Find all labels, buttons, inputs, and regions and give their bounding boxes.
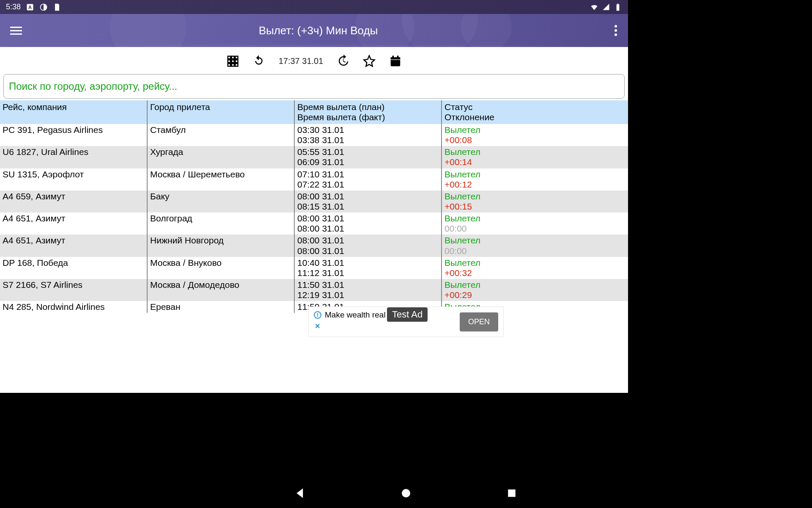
ad-open-button[interactable]: OPEN: [460, 312, 498, 331]
theme-icon: [39, 3, 48, 11]
status-cell: Вылетел: [444, 191, 480, 201]
flight-cell: U6 1827, Ural Airlines: [3, 147, 88, 157]
deviation-cell: 00:00: [444, 246, 467, 256]
svg-text:A: A: [28, 4, 32, 10]
deviation-cell: +00:08: [444, 135, 472, 145]
status-cell: Вылетел: [444, 147, 480, 157]
refresh-icon[interactable]: [252, 55, 265, 67]
city-cell: Волгоград: [150, 213, 192, 223]
signal-icon: [602, 3, 610, 11]
flight-cell: S7 2166, S7 Airlines: [3, 280, 82, 290]
city-cell: Хургада: [150, 147, 183, 157]
status-cell: Вылетел: [444, 169, 480, 179]
header-time-fact: Время вылета (факт): [297, 112, 385, 122]
time-fact-cell: 12:19 31.01: [297, 290, 344, 300]
table-row[interactable]: U6 1827, Ural AirlinesХургада05:55 31.01…: [0, 146, 628, 168]
time-fact-cell: 08:15 31.01: [297, 202, 344, 211]
flight-cell: N4 285, Nordwind Airlines: [3, 302, 105, 312]
city-cell: Москва / Внуково: [150, 258, 222, 268]
table-row[interactable]: S7 2166, S7 AirlinesМосква / Домодедово1…: [0, 279, 628, 301]
table-row[interactable]: SU 1315, АэрофлотМосква / Шереметьево07:…: [0, 168, 628, 190]
time-plan-cell: 08:00 31.01: [297, 235, 344, 245]
city-cell: Москва / Домодедово: [150, 280, 239, 290]
table-row[interactable]: PC 391, Pegasus AirlinesСтамбул03:30 31.…: [0, 124, 628, 146]
time-plan-cell: 05:55 31.01: [297, 147, 344, 157]
android-status-bar: 5:38 A: [0, 0, 628, 14]
deviation-cell: +00:14: [444, 157, 472, 167]
city-cell: Москва / Шереметьево: [150, 169, 245, 179]
time-fact-cell: 07:22 31.01: [297, 179, 344, 189]
status-time: 5:38: [6, 3, 21, 11]
table-row[interactable]: A4 659, АзимутБаку08:00 31.0108:15 31.01…: [0, 190, 628, 213]
flight-cell: A4 659, Азимут: [3, 191, 65, 201]
status-cell: Вылетел: [444, 235, 480, 245]
grid-icon[interactable]: [226, 55, 239, 67]
city-cell: Нижний Новгород: [150, 235, 224, 245]
ad-text: Make wealth real: [325, 310, 386, 320]
time-fact-cell: 08:00 31.01: [297, 246, 344, 256]
city-cell: Стамбул: [150, 125, 186, 135]
time-plan-cell: 10:40 31.01: [297, 258, 344, 268]
time-fact-cell: 06:09 31.01: [297, 157, 344, 167]
toolbar-datetime: 17:37 31.01: [279, 56, 324, 66]
status-cell: Вылетел: [444, 125, 480, 135]
star-icon[interactable]: [363, 55, 376, 67]
svg-rect-4: [617, 3, 618, 4]
time-fact-cell: 11:12 31.01: [297, 268, 344, 278]
svg-rect-9: [391, 57, 401, 59]
time-fact-cell: 08:00 31.01: [297, 224, 344, 233]
flight-cell: A4 651, Азимут: [3, 213, 65, 223]
deviation-cell: 00:00: [444, 224, 467, 233]
flight-cell: DP 168, Победа: [3, 258, 68, 268]
time-plan-cell: 07:10 31.01: [297, 169, 344, 179]
header-status: Статус: [444, 102, 472, 112]
flight-cell: SU 1315, Аэрофлот: [3, 169, 84, 179]
status-cell: Вылетел: [444, 280, 480, 290]
search-input[interactable]: [9, 80, 619, 92]
toolbar: 17:37 31.01: [0, 47, 628, 72]
history-icon[interactable]: [337, 55, 349, 67]
battery-icon: [614, 3, 622, 11]
city-cell: Баку: [150, 191, 169, 201]
city-cell: Ереван: [150, 302, 181, 312]
table-header: Рейс, компания Город прилета Время вылет…: [0, 100, 628, 124]
time-fact-cell: 03:38 31.01: [297, 135, 344, 145]
flight-cell: A4 651, Азимут: [3, 235, 65, 245]
time-plan-cell: 08:00 31.01: [297, 213, 344, 223]
header-deviation: Отклонение: [444, 112, 494, 122]
flight-cell: PC 391, Pegasus Airlines: [3, 125, 103, 135]
ad-badge: Test Ad: [387, 307, 428, 322]
calendar-icon[interactable]: [389, 55, 402, 67]
app-bar: Вылет: (+3ч) Мин Воды: [0, 14, 628, 47]
wifi-icon: [590, 3, 598, 11]
search-container: [3, 74, 625, 99]
ad-info-icon[interactable]: i: [314, 311, 321, 319]
deviation-cell: +00:29: [444, 290, 472, 300]
time-plan-cell: 03:30 31.01: [297, 125, 344, 135]
time-plan-cell: 11:50 31.01: [297, 280, 344, 290]
status-cell: Вылетел: [444, 258, 480, 268]
deviation-cell: +00:15: [444, 202, 472, 211]
ad-close-icon[interactable]: ✕: [315, 322, 386, 330]
table-row[interactable]: A4 651, АзимутНижний Новгород08:00 31.01…: [0, 235, 628, 257]
deviation-cell: +00:32: [444, 268, 472, 278]
svg-rect-3: [617, 4, 620, 11]
header-city: Город прилета: [150, 102, 210, 112]
flights-table: Рейс, компания Город прилета Время вылет…: [0, 100, 628, 313]
status-cell: Вылетел: [444, 213, 480, 223]
ad-container: Test Ad i Make wealth real ✕ OPEN: [308, 306, 504, 337]
header-time-plan: Время вылета (план): [297, 102, 384, 112]
deviation-cell: +00:12: [444, 179, 472, 189]
table-row[interactable]: A4 651, АзимутВолгоград08:00 31.0108:00 …: [0, 213, 628, 235]
keyboard-icon: A: [26, 3, 34, 11]
time-plan-cell: 08:00 31.01: [297, 191, 344, 201]
sd-card-icon: [53, 3, 61, 11]
table-row[interactable]: DP 168, ПобедаМосква / Внуково10:40 31.0…: [0, 257, 628, 279]
header-flight: Рейс, компания: [3, 102, 67, 112]
